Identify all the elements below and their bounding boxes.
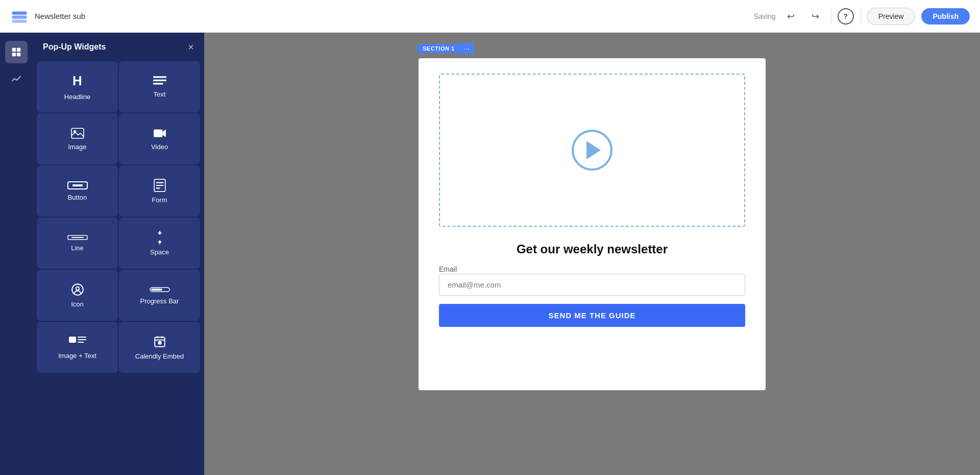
- send-button[interactable]: SEND ME THE GUIDE: [439, 304, 745, 327]
- svg-rect-4: [17, 48, 20, 52]
- svg-rect-6: [17, 53, 20, 56]
- svg-rect-32: [78, 339, 86, 340]
- topbar-actions: Saving ↩ ↪ ? Preview Publish: [754, 7, 970, 26]
- svg-rect-5: [12, 53, 16, 56]
- widget-calendly-label: Calendly Embed: [135, 352, 184, 360]
- button-icon: [67, 181, 88, 189]
- video-icon: [153, 128, 166, 139]
- widgets-panel-title: Pop-Up Widgets: [43, 42, 106, 52]
- sidebar-item-widgets[interactable]: [5, 41, 28, 63]
- widget-headline-label: Headline: [64, 93, 90, 101]
- svg-rect-17: [156, 182, 163, 183]
- svg-rect-10: [71, 128, 84, 138]
- image-icon: [71, 128, 84, 139]
- widget-form-label: Form: [152, 196, 167, 204]
- newsletter-title: Get our weekly newsletter: [517, 242, 668, 256]
- redo-button[interactable]: ↪: [806, 7, 825, 26]
- widget-form[interactable]: Form: [119, 165, 200, 217]
- help-button[interactable]: ?: [838, 8, 854, 25]
- play-button[interactable]: [572, 130, 612, 171]
- toolbar-divider-2: [860, 8, 861, 25]
- svg-rect-8: [153, 79, 166, 81]
- svg-rect-31: [78, 337, 86, 338]
- sidebar-item-analytics[interactable]: [5, 67, 28, 90]
- svg-rect-33: [78, 342, 84, 343]
- progress-bar-icon: [150, 286, 170, 293]
- space-icon: [154, 231, 165, 244]
- main-layout: Pop-Up Widgets × H Headline Text: [0, 33, 980, 475]
- widget-image-text-label: Image + Text: [58, 352, 96, 360]
- text-icon: [153, 76, 166, 86]
- headline-icon: H: [72, 73, 82, 89]
- svg-rect-21: [71, 237, 84, 238]
- canvas-area: SECTION 1 ··· Get our weekly newsletter …: [204, 33, 980, 475]
- widget-icon[interactable]: Icon: [37, 270, 118, 321]
- widget-button-label: Button: [68, 194, 87, 201]
- form-icon: [154, 179, 166, 192]
- svg-rect-2: [12, 19, 27, 22]
- undo-button[interactable]: ↩: [782, 7, 800, 26]
- widgets-close-button[interactable]: ×: [188, 42, 194, 52]
- video-widget[interactable]: [439, 74, 745, 227]
- popup-canvas: Get our weekly newsletter Email SEND ME …: [419, 58, 766, 390]
- svg-marker-25: [158, 240, 162, 243]
- widget-space-label: Space: [150, 248, 169, 256]
- svg-rect-15: [72, 184, 83, 186]
- app-logo: [10, 7, 29, 26]
- svg-point-26: [72, 284, 83, 295]
- widget-progress-bar-label: Progress Bar: [140, 297, 179, 305]
- svg-rect-7: [153, 76, 166, 78]
- widget-video-label: Video: [151, 143, 168, 151]
- svg-point-27: [76, 287, 79, 290]
- topbar: Newsletter sub Saving ↩ ↪ ? Preview Publ…: [0, 0, 980, 33]
- svg-rect-3: [12, 48, 16, 52]
- widget-text-label: Text: [154, 90, 166, 98]
- toolbar-divider: [831, 8, 831, 25]
- widgets-grid: H Headline Text: [33, 61, 204, 373]
- svg-rect-19: [156, 187, 160, 188]
- widget-video[interactable]: Video: [119, 113, 200, 164]
- widget-space[interactable]: Space: [119, 218, 200, 269]
- section-label: SECTION 1: [418, 44, 460, 53]
- publish-button[interactable]: Publish: [921, 8, 970, 25]
- widget-image-label: Image: [68, 143, 86, 151]
- widget-image-text[interactable]: Image + Text: [37, 322, 118, 373]
- widgets-panel: Pop-Up Widgets × H Headline Text: [33, 33, 204, 475]
- widget-headline[interactable]: H Headline: [37, 61, 118, 112]
- svg-marker-23: [158, 232, 162, 235]
- svg-rect-9: [153, 83, 163, 84]
- widget-line[interactable]: Line: [37, 218, 118, 269]
- svg-rect-30: [69, 337, 76, 343]
- svg-rect-0: [12, 11, 27, 14]
- sidebar-icons: [0, 33, 33, 475]
- svg-rect-29: [151, 289, 162, 291]
- email-input[interactable]: [439, 274, 745, 296]
- svg-rect-18: [156, 184, 163, 185]
- svg-point-38: [158, 341, 161, 344]
- page-title: Newsletter sub: [35, 12, 748, 20]
- widget-progress-bar[interactable]: Progress Bar: [119, 270, 200, 321]
- widget-line-label: Line: [71, 244, 84, 252]
- svg-rect-1: [12, 15, 27, 18]
- newsletter-content: Get our weekly newsletter Email SEND ME …: [419, 237, 766, 342]
- preview-button[interactable]: Preview: [867, 8, 916, 25]
- widget-button[interactable]: Button: [37, 165, 118, 217]
- icon-widget-icon: [71, 283, 84, 296]
- line-icon: [67, 235, 88, 240]
- section-options[interactable]: ···: [460, 43, 474, 54]
- email-label: Email: [439, 265, 457, 273]
- image-text-icon: [68, 336, 87, 348]
- svg-rect-12: [154, 129, 162, 137]
- widget-calendly-embed[interactable]: Calendly Embed: [119, 322, 200, 373]
- widget-icon-label: Icon: [71, 300, 84, 308]
- calendly-icon: [153, 335, 166, 348]
- widget-text[interactable]: Text: [119, 61, 200, 112]
- widgets-header: Pop-Up Widgets ×: [33, 33, 204, 61]
- svg-marker-13: [162, 129, 166, 137]
- saving-status: Saving: [754, 12, 776, 20]
- widget-image[interactable]: Image: [37, 113, 118, 164]
- play-triangle-icon: [586, 141, 601, 159]
